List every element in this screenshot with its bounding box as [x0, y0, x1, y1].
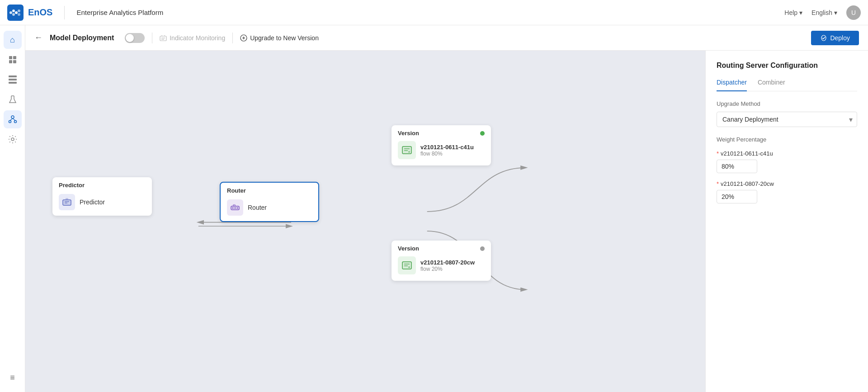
right-panel: Routing Server Configuration Dispatcher …: [705, 51, 868, 392]
help-button[interactable]: Help ▾: [784, 9, 802, 16]
language-label: English: [811, 9, 832, 16]
version-icon-bottom: [398, 256, 416, 274]
version-body-bottom: v210121-0807-20cw flow 20%: [392, 255, 491, 281]
toolbar: ← Model Deployment Indicator Monitoring: [25, 25, 868, 51]
toolbar-divider2: [232, 33, 233, 43]
weight-label-1: * v210121-0611-c41u: [717, 150, 857, 157]
sidebar-item-grid[interactable]: [4, 71, 22, 89]
version-icon-top: [398, 141, 416, 159]
svg-point-47: [408, 266, 410, 268]
help-chevron-icon: ▾: [799, 9, 802, 16]
panel-title: Routing Server Configuration: [717, 61, 857, 70]
sidebar-item-home[interactable]: ⌂: [4, 31, 22, 49]
indicator-label: Indicator Monitoring: [170, 34, 225, 42]
sidebar-item-settings[interactable]: [4, 130, 22, 148]
weight-version-label-1: v210121-0611-c41u: [721, 150, 773, 157]
svg-rect-28: [63, 200, 71, 205]
lang-chevron-icon: ▾: [834, 9, 837, 16]
toolbar-divider: [152, 33, 152, 43]
svg-point-14: [11, 116, 14, 118]
svg-point-37: [237, 208, 238, 209]
logo-divider: [64, 6, 65, 19]
weight-version-label-2: v210121-0807-20cw: [721, 180, 774, 187]
svg-rect-8: [9, 60, 12, 63]
status-dot-gray: [480, 246, 485, 251]
deploy-label: Deploy: [830, 34, 850, 42]
page-title: Model Deployment: [50, 34, 114, 42]
panel-tabs: Dispatcher Combiner: [717, 79, 857, 91]
version-title-bottom: Version: [398, 245, 419, 252]
sidebar-item-menu[interactable]: ≡: [4, 368, 22, 387]
logo-icon: [7, 5, 24, 21]
upgrade-button[interactable]: Upgrade to New Version: [240, 34, 319, 42]
upgrade-icon: [240, 34, 247, 42]
deploy-button[interactable]: Deploy: [811, 31, 859, 45]
svg-point-36: [235, 208, 236, 209]
version-header-top: Version: [392, 125, 491, 139]
svg-rect-20: [160, 36, 166, 41]
canvas: Predictor Predictor: [25, 51, 705, 392]
version-info-bottom: v210121-0807-20cw flow 20%: [420, 259, 475, 272]
svg-point-5: [18, 13, 20, 16]
back-button[interactable]: ←: [34, 33, 42, 43]
arrows-svg: [25, 51, 705, 392]
svg-point-15: [9, 121, 11, 123]
tab-dispatcher[interactable]: Dispatcher: [717, 79, 747, 91]
svg-point-0: [9, 11, 12, 14]
top-nav: EnOS Enterprise Analytics Platform Help …: [0, 0, 868, 25]
toggle-knob: [126, 34, 134, 42]
svg-rect-38: [402, 146, 411, 154]
logo-brand-text: EnOS: [28, 7, 52, 18]
svg-point-35: [232, 208, 234, 209]
version-node-top[interactable]: Version: [392, 125, 491, 165]
predictor-node-header: Predictor: [52, 177, 152, 191]
weight-percentage-label: Weight Percentage: [717, 136, 857, 143]
deploy-icon: [820, 34, 827, 42]
version-header-bottom: Version: [392, 241, 491, 255]
svg-point-1: [12, 9, 15, 12]
predictor-node-label: Predictor: [80, 198, 105, 206]
upgrade-method-select-wrapper: Canary Deployment Blue-Green Deployment …: [717, 112, 857, 127]
version-body-top: v210121-0611-c41u flow 80%: [392, 139, 491, 165]
platform-name: Enterprise Analytics Platform: [76, 9, 163, 16]
indicator-icon: [160, 34, 167, 42]
svg-point-3: [12, 13, 15, 16]
canvas-panel: Predictor Predictor: [25, 51, 868, 392]
toggle-switch[interactable]: [125, 33, 145, 43]
svg-point-2: [15, 11, 18, 14]
router-icon: [227, 199, 243, 216]
sidebar-item-model[interactable]: [4, 110, 22, 128]
help-label: Help: [784, 9, 797, 16]
weight-input-2[interactable]: [717, 190, 757, 203]
svg-line-17: [10, 118, 13, 121]
avatar[interactable]: U: [846, 5, 861, 20]
svg-rect-12: [9, 82, 17, 84]
svg-point-19: [11, 138, 14, 141]
weight-input-1[interactable]: [717, 160, 757, 173]
indicator-monitoring-button[interactable]: Indicator Monitoring: [160, 34, 225, 42]
sidebar: ⌂: [0, 25, 25, 392]
avatar-initial: U: [851, 9, 856, 16]
version-flow-bottom: flow 20%: [420, 266, 475, 272]
predictor-node[interactable]: Predictor Predictor: [52, 177, 152, 216]
main-layout: ⌂: [0, 25, 868, 392]
svg-rect-10: [9, 76, 17, 77]
version-name-bottom: v210121-0807-20cw: [420, 259, 475, 266]
svg-rect-32: [66, 198, 68, 200]
required-star-1: *: [717, 150, 719, 157]
required-star-2: *: [717, 180, 719, 187]
svg-rect-6: [9, 56, 12, 59]
svg-point-16: [14, 121, 16, 123]
version-node-bottom[interactable]: Version: [392, 241, 491, 281]
weight-item-1: * v210121-0611-c41u: [717, 150, 857, 173]
sidebar-item-analytics[interactable]: [4, 51, 22, 69]
content-area: ← Model Deployment Indicator Monitoring: [25, 25, 868, 392]
back-icon: ←: [34, 33, 42, 43]
upgrade-method-select[interactable]: Canary Deployment Blue-Green Deployment …: [717, 112, 857, 127]
upgrade-label: Upgrade to New Version: [250, 34, 319, 42]
version-info-top: v210121-0611-c41u flow 80%: [420, 144, 474, 157]
router-node[interactable]: Router Router: [220, 182, 319, 222]
sidebar-item-lab[interactable]: [4, 90, 22, 109]
tab-combiner[interactable]: Combiner: [758, 79, 785, 91]
language-button[interactable]: English ▾: [811, 9, 837, 16]
